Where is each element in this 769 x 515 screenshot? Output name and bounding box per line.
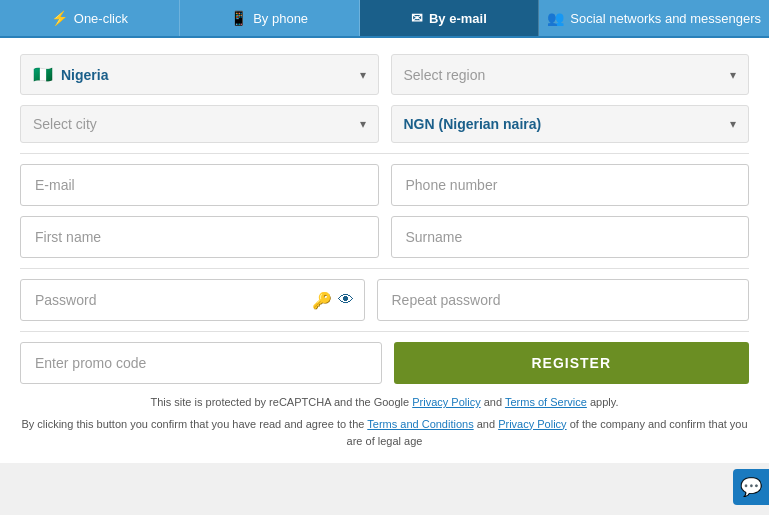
region-value: Select region — [404, 67, 731, 83]
password-icons: 🔑 👁 — [312, 291, 364, 310]
divider-2 — [20, 268, 749, 269]
tab-one-click-label: One-click — [74, 11, 128, 26]
surname-input[interactable] — [391, 216, 750, 258]
tab-social-label: Social networks and messengers — [570, 11, 761, 26]
country-region-row: 🇳🇬 Nigeria ▾ Select region ▾ — [20, 54, 749, 95]
terms-conditions-link[interactable]: Terms and Conditions — [367, 418, 473, 430]
password-row: 🔑 👁 — [20, 279, 749, 321]
key-icon[interactable]: 🔑 — [312, 291, 332, 310]
chat-widget[interactable]: 💬 — [733, 469, 769, 505]
people-icon: 👥 — [547, 10, 564, 26]
footer-agreement: By clicking this button you confirm that… — [20, 416, 749, 451]
country-flag: 🇳🇬 — [33, 65, 53, 84]
country-select[interactable]: 🇳🇬 Nigeria ▾ — [20, 54, 379, 95]
tab-by-phone[interactable]: 📱 By phone — [180, 0, 360, 36]
action-row: REGISTER — [20, 342, 749, 384]
email-phone-row — [20, 164, 749, 206]
password-wrapper: 🔑 👁 — [20, 279, 365, 321]
city-currency-row: Select city ▾ NGN (Nigerian naira) ▾ — [20, 105, 749, 143]
tab-social[interactable]: 👥 Social networks and messengers — [539, 0, 769, 36]
email-input[interactable] — [20, 164, 379, 206]
country-value: Nigeria — [61, 67, 360, 83]
privacy-policy-link-2[interactable]: Privacy Policy — [498, 418, 566, 430]
eye-icon[interactable]: 👁 — [338, 291, 354, 309]
city-value: Select city — [33, 116, 360, 132]
currency-value: NGN (Nigerian naira) — [404, 116, 731, 132]
promo-input[interactable] — [20, 342, 382, 384]
tab-bar: ⚡ One-click 📱 By phone ✉ By e-mail 👥 Soc… — [0, 0, 769, 38]
chat-icon: 💬 — [740, 476, 762, 498]
register-button[interactable]: REGISTER — [394, 342, 750, 384]
password-input[interactable] — [21, 280, 312, 320]
footer-recaptcha: This site is protected by reCAPTCHA and … — [20, 394, 749, 412]
currency-select[interactable]: NGN (Nigerian naira) ▾ — [391, 105, 750, 143]
phone-input[interactable] — [391, 164, 750, 206]
country-chevron-icon: ▾ — [360, 68, 366, 82]
email-icon: ✉ — [411, 10, 423, 26]
main-content: 🇳🇬 Nigeria ▾ Select region ▾ Select city… — [0, 38, 769, 463]
region-select[interactable]: Select region ▾ — [391, 54, 750, 95]
lightning-icon: ⚡ — [51, 10, 68, 26]
name-row — [20, 216, 749, 258]
currency-chevron-icon: ▾ — [730, 117, 736, 131]
region-chevron-icon: ▾ — [730, 68, 736, 82]
tab-one-click[interactable]: ⚡ One-click — [0, 0, 180, 36]
divider-1 — [20, 153, 749, 154]
divider-3 — [20, 331, 749, 332]
city-chevron-icon: ▾ — [360, 117, 366, 131]
tab-by-email-label: By e-mail — [429, 11, 487, 26]
tab-by-phone-label: By phone — [253, 11, 308, 26]
repeat-password-input[interactable] — [377, 279, 750, 321]
terms-of-service-link[interactable]: Terms of Service — [505, 396, 587, 408]
privacy-policy-link-1[interactable]: Privacy Policy — [412, 396, 480, 408]
firstname-input[interactable] — [20, 216, 379, 258]
city-select[interactable]: Select city ▾ — [20, 105, 379, 143]
phone-icon: 📱 — [230, 10, 247, 26]
tab-by-email[interactable]: ✉ By e-mail — [360, 0, 540, 36]
